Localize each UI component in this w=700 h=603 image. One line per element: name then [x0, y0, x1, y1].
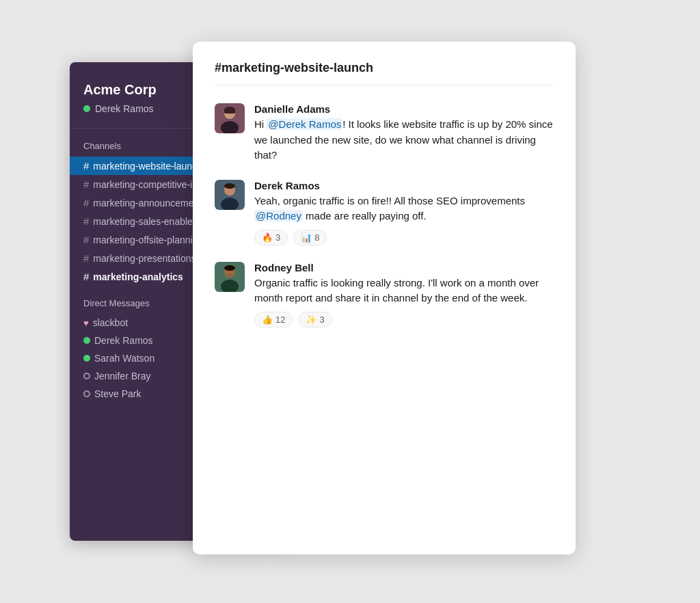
online-status-dot [83, 105, 90, 112]
channel-name: marketing-announcements [93, 198, 206, 209]
reaction-emoji: 👍 [262, 314, 273, 325]
reaction-emoji: 🔥 [262, 232, 273, 243]
mention: @Rodney [254, 210, 303, 222]
message-text: Organic traffic is looking really strong… [254, 276, 554, 306]
avatar [215, 103, 245, 133]
reactions: 👍 12 ✨ 3 [254, 312, 554, 327]
avatar [215, 262, 245, 292]
channel-hash-icon: # [83, 197, 89, 209]
message-body: Rodney Bell Organic traffic is looking r… [254, 262, 554, 327]
current-user-name: Derek Ramos [95, 103, 154, 114]
channel-name: marketing-competitive-intel [93, 179, 207, 190]
svg-point-7 [224, 183, 235, 189]
channel-hash-icon: # [83, 178, 89, 190]
message-sender: Rodney Bell [254, 262, 554, 273]
message-text: Hi @Derek Ramos! It looks like website t… [254, 117, 554, 163]
dm-name: Derek Ramos [94, 335, 153, 346]
reaction-pill[interactable]: 📊 8 [293, 230, 327, 245]
channel-name: marketing-offsite-planning [93, 234, 203, 245]
heart-icon: ♥ [83, 318, 89, 328]
mention: @Derek Ramos [267, 118, 342, 130]
avatar [215, 180, 245, 210]
reaction-emoji: 📊 [301, 232, 312, 243]
reaction-pill[interactable]: 🔥 3 [254, 230, 288, 245]
chat-channel-header: #marketing-website-launch [215, 61, 554, 85]
message: Danielle Adams Hi @Derek Ramos! It looks… [215, 103, 554, 163]
message: Rodney Bell Organic traffic is looking r… [215, 262, 554, 327]
reaction-count: 12 [275, 314, 285, 325]
reaction-pill[interactable]: 👍 12 [254, 312, 293, 327]
channel-name: marketing-website-launch [93, 161, 202, 172]
channel-hash-icon: # [83, 234, 89, 245]
channel-hash-icon: # [83, 252, 89, 264]
dm-name: Steve Park [94, 388, 141, 399]
message-sender: Danielle Adams [254, 103, 554, 115]
online-dot [83, 337, 90, 344]
online-dot [83, 355, 90, 362]
svg-rect-3 [224, 109, 235, 113]
offline-dot [83, 390, 90, 397]
reactions: 🔥 3 📊 8 [254, 230, 554, 245]
message-text: Yeah, organic traffic is on fire!! All t… [254, 193, 554, 224]
channel-name: marketing-presentations [93, 253, 196, 264]
reaction-emoji: ✨ [306, 314, 317, 325]
message: Derek Ramos Yeah, organic traffic is on … [215, 180, 554, 245]
offline-dot [83, 373, 90, 379]
message-body: Derek Ramos Yeah, organic traffic is on … [254, 180, 554, 245]
message-body: Danielle Adams Hi @Derek Ramos! It looks… [254, 103, 554, 163]
message-sender: Derek Ramos [254, 180, 554, 191]
reaction-count: 3 [319, 314, 324, 325]
channel-name: marketing-analytics [93, 271, 183, 282]
channel-hash-icon: # [83, 271, 89, 282]
svg-point-11 [224, 265, 235, 271]
reaction-pill[interactable]: ✨ 3 [298, 312, 332, 327]
dm-name: slackbot [93, 317, 128, 328]
reaction-count: 8 [314, 232, 319, 243]
channel-hash-icon: # [83, 160, 89, 172]
chat-panel: #marketing-website-launch Danielle Adams [193, 42, 576, 554]
dm-name: Jennifer Bray [94, 371, 150, 381]
dm-name: Sarah Watson [94, 353, 154, 364]
channel-hash-icon: # [83, 215, 89, 227]
reaction-count: 3 [275, 232, 280, 243]
